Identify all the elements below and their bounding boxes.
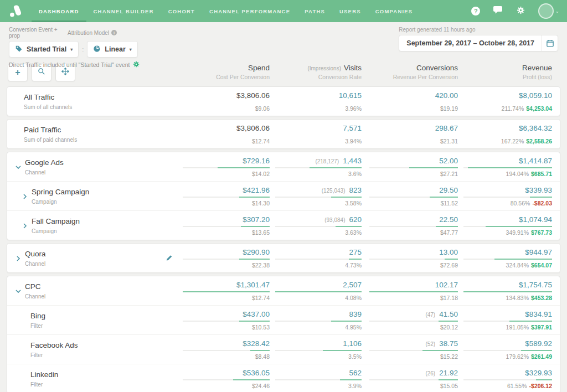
metric-secondary: $14.30 bbox=[183, 200, 270, 207]
attribution-dashboard: DASHBOARDCHANNEL BUILDERCOHORTCHANNEL PE… bbox=[0, 0, 567, 392]
report-table: + Spend Cost Per Conversion bbox=[0, 61, 567, 392]
chevron-down-icon: ⌄ bbox=[555, 8, 559, 14]
chat-icon[interactable] bbox=[493, 6, 503, 17]
row-all-traffic[interactable]: All TrafficSum of all channels$3,806.06$… bbox=[7, 87, 560, 116]
row-bing[interactable]: BingFilter$437.00$10.538394.95%(47)41.50… bbox=[7, 305, 560, 334]
row-type: Channel bbox=[25, 261, 46, 267]
row-name: All Traffic bbox=[24, 93, 72, 101]
metric-primary: 29.50 bbox=[439, 186, 458, 194]
row-name: Linkedin bbox=[30, 370, 58, 379]
metric-secondary: $17.18 bbox=[369, 295, 458, 301]
visits-cell: 10,6153.96% bbox=[275, 91, 362, 112]
date-range-picker[interactable]: September 29, 2017 – October 28, 2017 bbox=[399, 35, 558, 51]
metric-bar bbox=[183, 167, 270, 168]
metric-secondary: $9.06 bbox=[183, 105, 270, 112]
chevron-right-icon[interactable] bbox=[15, 256, 22, 261]
metric-secondary: 194.04%$685.71 bbox=[463, 171, 552, 177]
profit-percent: 80.56% bbox=[511, 200, 530, 207]
settings-gear-icon[interactable] bbox=[133, 61, 140, 69]
attribution-logo[interactable] bbox=[8, 4, 23, 19]
chevron-down-icon[interactable] bbox=[15, 164, 22, 170]
profit-value: $654.07 bbox=[531, 262, 552, 269]
spend-cell: $307.20$13.65 bbox=[183, 215, 270, 236]
metric-secondary: 3.96% bbox=[275, 105, 362, 112]
row-spring-campaign[interactable]: Spring CampaignCampaign$421.96$14.30(125… bbox=[7, 181, 560, 210]
metric-primary: $1,754.75 bbox=[519, 281, 552, 289]
metric-bar bbox=[275, 226, 362, 227]
metric-secondary: $13.65 bbox=[183, 229, 270, 236]
row-facebook-ads[interactable]: Facebook AdsFilter$328.42$8.481,1063.5%(… bbox=[7, 334, 560, 364]
metric-secondary: 324.84%$654.07 bbox=[463, 262, 552, 269]
metric-primary: 1,443 bbox=[343, 157, 362, 165]
metric-primary: 298.67 bbox=[435, 124, 458, 132]
row-name: Quora bbox=[25, 250, 46, 258]
metric-secondary: $19.19 bbox=[369, 105, 458, 112]
help-icon[interactable]: ? bbox=[471, 7, 480, 16]
row-linkedin[interactable]: LinkedinFilter$536.05$24.465623.9%(26)21… bbox=[7, 364, 560, 392]
chevron-right-icon[interactable] bbox=[22, 223, 28, 229]
conversion-event-dropdown[interactable]: Started Trial ▾ bbox=[9, 41, 79, 58]
row-labels: Google AdsChannel bbox=[25, 158, 64, 176]
profit-value: $2,558.26 bbox=[526, 138, 552, 145]
metric-primary: $944.97 bbox=[525, 248, 552, 256]
row-labels: CPCChannel bbox=[25, 282, 45, 300]
chevron-right-icon[interactable] bbox=[22, 194, 28, 199]
nav-tab-channel-performance[interactable]: CHANNEL PERFORMANCE bbox=[202, 0, 297, 22]
edit-icon[interactable] bbox=[166, 254, 173, 264]
metric-bar bbox=[369, 350, 458, 351]
conv-cell: 13.00$72.69 bbox=[369, 248, 458, 269]
metric-secondary: $72.69 bbox=[369, 262, 458, 269]
spend-cell: $1,301.47$12.74 bbox=[183, 281, 270, 301]
search-icon bbox=[38, 68, 45, 78]
metric-primary: $437.00 bbox=[243, 310, 270, 318]
row-cpc[interactable]: CPCChannel$1,301.47$12.742,5074.08%102.1… bbox=[7, 276, 560, 305]
metric-bar bbox=[275, 379, 362, 380]
metric-bar bbox=[369, 135, 458, 136]
row-paid-traffic[interactable]: Paid TrafficSum of paid channels$3,806.0… bbox=[7, 120, 560, 148]
metric-primary: $421.96 bbox=[243, 186, 270, 194]
nav-tab-users[interactable]: USERS bbox=[332, 0, 368, 22]
metric-bar bbox=[369, 291, 458, 292]
row-quora[interactable]: QuoraChannel$290.90$22.382754.73%13.00$7… bbox=[7, 244, 560, 272]
row-type: Channel bbox=[25, 169, 64, 176]
metric-bar bbox=[275, 291, 362, 292]
nav-tab-cohort[interactable]: COHORT bbox=[161, 0, 202, 22]
metric-primary: $1,301.47 bbox=[236, 281, 270, 289]
rev-cell: $834.91191.05%$397.91 bbox=[463, 310, 552, 331]
metric-primary: $729.16 bbox=[243, 157, 270, 165]
info-icon[interactable]: i bbox=[111, 30, 117, 35]
metric-secondary: $11.52 bbox=[369, 200, 458, 207]
profit-percent: 134.83% bbox=[506, 295, 529, 301]
row-fall-campaign[interactable]: Fall CampaignCampaign$307.20$13.65(93,08… bbox=[7, 210, 560, 240]
channel-card: All TrafficSum of all channels$3,806.06$… bbox=[7, 86, 560, 116]
row-name-cell: BingFilter bbox=[15, 310, 183, 331]
metric-primary: $589.92 bbox=[525, 339, 552, 348]
metric-secondary: $47.77 bbox=[369, 229, 458, 236]
conversion-event-label: Conversion Event + prop bbox=[9, 27, 68, 39]
chevron-down-icon[interactable] bbox=[15, 288, 22, 294]
row-name-cell: Google AdsChannel bbox=[15, 157, 183, 177]
row-labels: Spring CampaignCampaign bbox=[32, 188, 89, 205]
nav-tab-dashboard[interactable]: DASHBOARD bbox=[32, 0, 86, 22]
spend-cell: $437.00$10.53 bbox=[183, 310, 270, 331]
calendar-icon[interactable] bbox=[542, 35, 558, 51]
user-menu[interactable]: ⌄ bbox=[538, 3, 559, 19]
spend-cell: $290.90$22.38 bbox=[183, 248, 270, 269]
metric-secondary: 134.83%$453.28 bbox=[463, 295, 552, 301]
nav-tab-companies[interactable]: COMPANIES bbox=[368, 0, 420, 22]
row-labels: Facebook AdsFilter bbox=[15, 341, 78, 358]
metric-primary: $8,059.10 bbox=[519, 91, 552, 100]
metric-secondary: $14.02 bbox=[183, 171, 270, 177]
attribution-model-dropdown[interactable]: Linear ▾ bbox=[87, 41, 138, 58]
gear-icon[interactable] bbox=[517, 6, 525, 17]
move-icon bbox=[61, 68, 69, 78]
rev-cell: $944.97324.84%$654.07 bbox=[463, 248, 552, 269]
rev-cell: $339.9380.56%-$82.03 bbox=[463, 186, 552, 207]
metric-primary: 620 bbox=[349, 215, 362, 224]
metric-bar bbox=[463, 321, 552, 322]
row-google-ads[interactable]: Google AdsChannel$729.16$14.02(218,127)1… bbox=[7, 152, 560, 181]
metric-bar bbox=[183, 321, 270, 322]
nav-tab-paths[interactable]: PATHS bbox=[297, 0, 332, 22]
nav-tab-channel-builder[interactable]: CHANNEL BUILDER bbox=[86, 0, 161, 22]
profit-percent: 211.74% bbox=[502, 105, 524, 112]
